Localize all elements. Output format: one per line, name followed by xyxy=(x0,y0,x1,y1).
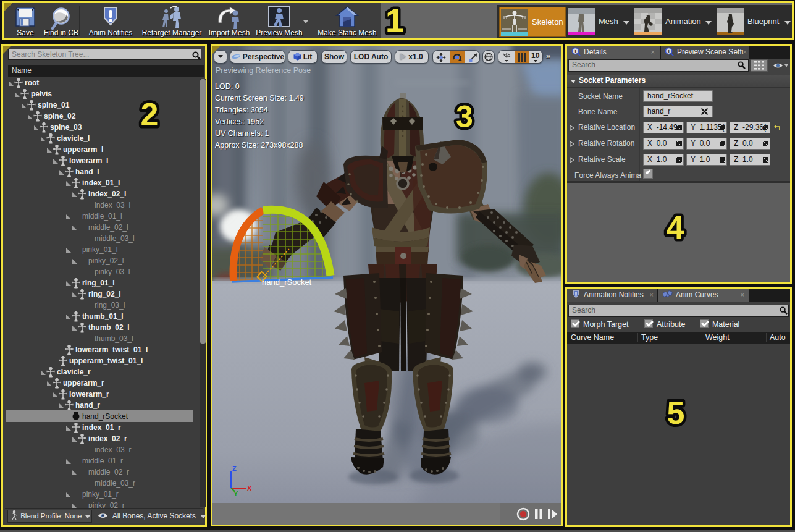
svg-text:1: 1 xyxy=(385,2,404,39)
svg-text:hand_rSocket: hand_rSocket xyxy=(262,277,312,287)
svg-text:3: 3 xyxy=(456,99,473,134)
svg-text:Y: Y xyxy=(233,490,238,497)
svg-text:5: 5 xyxy=(667,395,685,431)
svg-text:2: 2 xyxy=(141,96,159,132)
svg-text:i: i xyxy=(668,48,669,54)
svg-text:i: i xyxy=(574,48,576,54)
svg-text:X: X xyxy=(247,484,252,492)
svg-text:Z: Z xyxy=(232,465,237,472)
svg-text:4: 4 xyxy=(667,209,684,245)
